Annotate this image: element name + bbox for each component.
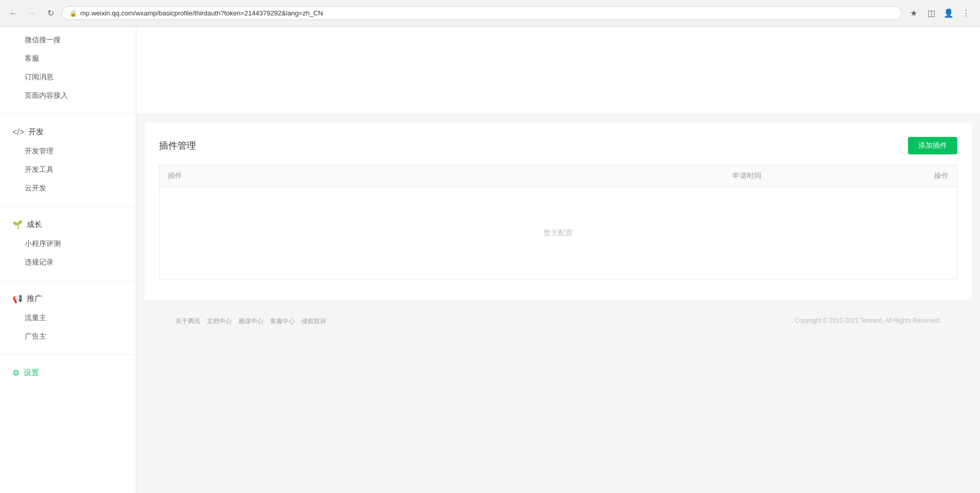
- page-footer: 关于腾讯 文档中心 殿谋中心 客服中心 侵权投诉 Copyright © 201…: [136, 308, 980, 334]
- footer-links: 关于腾讯 文档中心 殿谋中心 客服中心 侵权投诉 Copyright © 201…: [145, 317, 972, 326]
- sidebar-promote-header[interactable]: 📢 推广: [0, 289, 136, 309]
- sidebar-divider-4: [0, 354, 136, 355]
- sidebar-item-traffic-owner[interactable]: 流量主: [0, 309, 136, 327]
- cast-icon[interactable]: ◫: [923, 6, 939, 21]
- promote-icon: 📢: [12, 294, 23, 304]
- col-plugin-label: 插件: [168, 171, 733, 181]
- address-bar[interactable]: 🔒 mp.weixin.qq.com/wxamp/basicprofile/th…: [62, 6, 902, 20]
- plugin-card-title: 插件管理: [159, 139, 196, 152]
- app-container: 微信搜一搜 客服 订阅消息 页面内容接入 </> 开发 开发管理 开发工具 云开…: [0, 27, 980, 493]
- sidebar-item-advertiser[interactable]: 广告主: [0, 327, 136, 346]
- sidebar-promote-section: 📢 推广 流量主 广告主: [0, 285, 136, 350]
- sidebar-divider-1: [0, 113, 136, 114]
- sidebar-item-dev-management[interactable]: 开发管理: [0, 142, 136, 161]
- plugin-table-empty: 暂无配置: [159, 187, 957, 279]
- sidebar-item-subscribe[interactable]: 订阅消息: [0, 68, 136, 86]
- sidebar-promote-label: 推广: [27, 294, 42, 304]
- footer-link-translate[interactable]: 殿谋中心: [239, 318, 263, 325]
- empty-text: 暂无配置: [544, 228, 573, 237]
- sidebar-settings-label: 设置: [24, 368, 39, 378]
- url-text: mp.weixin.qq.com/wxamp/basicprofile/thir…: [80, 9, 323, 17]
- add-plugin-button[interactable]: 添加插件: [908, 137, 957, 154]
- sidebar-top-section: 微信搜一搜 客服 订阅消息 页面内容接入: [0, 27, 136, 109]
- growth-icon: 🌱: [12, 220, 23, 230]
- sidebar-item-weixin-search[interactable]: 微信搜一搜: [0, 31, 136, 49]
- browser-chrome: ← → ↻ 🔒 mp.weixin.qq.com/wxamp/basicprof…: [0, 0, 980, 27]
- back-button[interactable]: ←: [6, 6, 21, 21]
- sidebar-divider-2: [0, 206, 136, 206]
- sidebar-dev-header[interactable]: </> 开发: [0, 122, 136, 142]
- top-panel: [136, 27, 980, 114]
- main-content: 插件管理 添加插件 插件 申请时间 操作 暂无配置 关于腾讯 文档中心: [136, 27, 980, 493]
- sidebar-settings-header[interactable]: ⚙ 设置: [0, 363, 136, 383]
- profile-icon[interactable]: 👤: [941, 6, 956, 21]
- sidebar-divider-3: [0, 280, 136, 280]
- browser-toolbar: ★ ◫ 👤 ⋮: [906, 6, 974, 21]
- sidebar: 微信搜一搜 客服 订阅消息 页面内容接入 </> 开发 开发管理 开发工具 云开…: [0, 27, 136, 493]
- menu-icon[interactable]: ⋮: [958, 6, 974, 21]
- sidebar-growth-header[interactable]: 🌱 成长: [0, 215, 136, 235]
- forward-button[interactable]: →: [25, 6, 39, 21]
- footer-link-about[interactable]: 关于腾讯: [175, 318, 200, 325]
- sidebar-item-cloud-dev[interactable]: 云开发: [0, 179, 136, 198]
- sidebar-dev-label: 开发: [28, 127, 44, 137]
- plugin-management-card: 插件管理 添加插件 插件 申请时间 操作 暂无配置: [145, 122, 972, 300]
- reload-button[interactable]: ↻: [43, 6, 58, 21]
- sidebar-settings-section: ⚙ 设置: [0, 359, 136, 387]
- footer-link-support[interactable]: 客服中心: [270, 318, 295, 325]
- sidebar-growth-section: 🌱 成长 小程序评测 违规记录: [0, 210, 136, 276]
- sidebar-item-dev-tools[interactable]: 开发工具: [0, 161, 136, 179]
- sidebar-growth-label: 成长: [27, 220, 42, 230]
- footer-links-left: 关于腾讯 文档中心 殿谋中心 客服中心 侵权投诉: [175, 317, 326, 326]
- plugin-card-header: 插件管理 添加插件: [159, 137, 957, 154]
- footer-link-docs[interactable]: 文档中心: [207, 318, 231, 325]
- sidebar-item-miniapp-review[interactable]: 小程序评测: [0, 235, 136, 253]
- footer-copyright: Copyright © 2012-2021 Tencent. All Right…: [795, 317, 941, 326]
- col-time-label: 申请时间: [733, 171, 887, 181]
- sidebar-item-page-content[interactable]: 页面内容接入: [0, 86, 136, 105]
- col-action-label: 操作: [887, 171, 949, 181]
- sidebar-item-violation-record[interactable]: 违规记录: [0, 253, 136, 272]
- bookmark-icon[interactable]: ★: [906, 6, 921, 21]
- sidebar-item-kefu[interactable]: 客服: [0, 49, 136, 68]
- settings-icon: ⚙: [12, 368, 20, 378]
- plugin-table-header: 插件 申请时间 操作: [159, 165, 957, 187]
- code-icon: </>: [12, 128, 24, 137]
- sidebar-dev-section: </> 开发 开发管理 开发工具 云开发: [0, 118, 136, 202]
- lock-icon: 🔒: [69, 10, 77, 17]
- footer-link-complaint[interactable]: 侵权投诉: [301, 318, 326, 325]
